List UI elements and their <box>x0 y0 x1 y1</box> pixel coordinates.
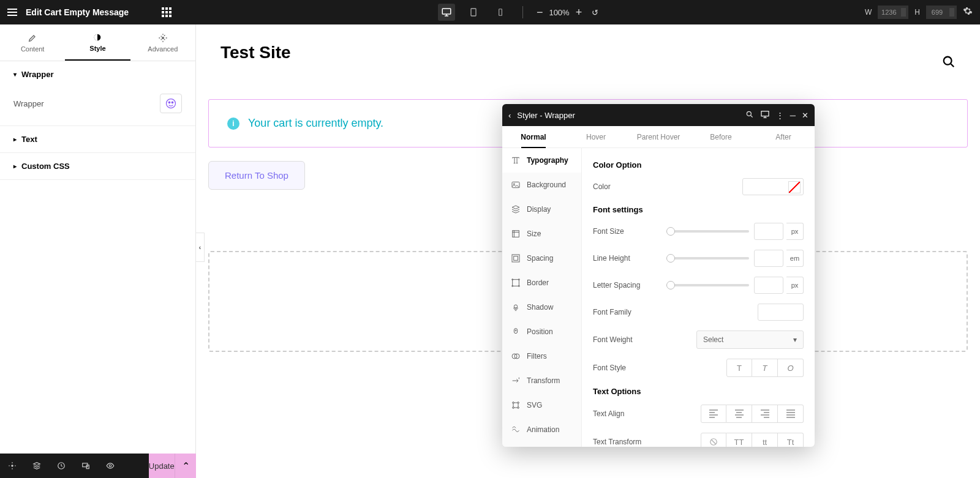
color-picker[interactable] <box>742 178 804 195</box>
svg-rect-0 <box>442 9 451 14</box>
svg-point-13 <box>747 111 751 116</box>
wrapper-label: Wrapper <box>13 99 44 108</box>
text-transform-upper[interactable]: TT <box>726 433 752 447</box>
more-icon[interactable]: ⋮ <box>776 111 784 120</box>
cat-typography[interactable]: Typography <box>502 148 581 173</box>
zoom-out-button[interactable]: − <box>537 6 543 19</box>
search-icon[interactable] <box>942 55 956 71</box>
menu-icon[interactable] <box>7 9 17 16</box>
collapse-sidebar-button[interactable]: ‹ <box>196 233 205 262</box>
tab-style[interactable]: Style <box>65 24 130 61</box>
svg-rect-2 <box>499 9 502 16</box>
cat-spacing[interactable]: Spacing <box>502 246 581 271</box>
color-label: Color <box>593 182 611 191</box>
update-options-button[interactable]: ⌃ <box>175 454 196 478</box>
cat-position[interactable]: Position <box>502 319 581 344</box>
section-wrapper-header[interactable]: ▾ Wrapper <box>0 61 195 88</box>
font-settings-title: Font settings <box>593 205 804 214</box>
desktop-icon[interactable] <box>760 110 770 121</box>
caret-down-icon: ▾ <box>13 71 17 78</box>
chevron-down-icon: ▾ <box>793 335 797 344</box>
cat-display[interactable]: Display <box>502 197 581 222</box>
text-align-label: Text Align <box>593 409 624 418</box>
line-height-slider[interactable] <box>666 257 749 260</box>
state-tab-hover[interactable]: Hover <box>565 126 627 148</box>
svg-point-12 <box>944 57 952 65</box>
line-height-unit[interactable]: em <box>786 250 804 267</box>
align-center-button[interactable] <box>726 405 752 423</box>
text-transform-lower[interactable]: tt <box>752 433 778 447</box>
section-customcss-title: Custom CSS <box>21 162 70 171</box>
tab-content-label: Content <box>21 45 45 53</box>
state-tab-after[interactable]: After <box>752 126 815 148</box>
section-text-header[interactable]: ▸ Text <box>0 126 195 152</box>
preview-icon[interactable] <box>98 454 123 478</box>
minimize-icon[interactable]: ─ <box>790 111 796 120</box>
cat-background[interactable]: Background <box>502 173 581 197</box>
styler-title: Styler - Wrapper <box>517 111 575 120</box>
open-styler-button[interactable] <box>160 94 182 113</box>
text-transform-cap[interactable]: Tt <box>778 433 804 447</box>
navigator-icon[interactable] <box>24 454 49 478</box>
return-to-shop-button[interactable]: Return To Shop <box>208 161 305 190</box>
mobile-icon[interactable] <box>492 4 509 21</box>
svg-point-32 <box>513 407 514 409</box>
height-input[interactable] <box>926 6 957 19</box>
state-tab-before[interactable]: Before <box>690 126 752 148</box>
font-style-italic[interactable]: T <box>752 359 778 377</box>
align-justify-button[interactable] <box>778 405 804 423</box>
font-style-oblique[interactable]: O <box>778 359 804 377</box>
line-height-input[interactable] <box>754 250 783 267</box>
letter-spacing-unit[interactable]: px <box>786 277 804 294</box>
align-right-button[interactable] <box>752 405 778 423</box>
font-style-normal[interactable]: T <box>726 359 752 377</box>
font-size-input[interactable] <box>754 223 783 240</box>
cat-shadow[interactable]: Shadow <box>502 295 581 319</box>
font-weight-select[interactable]: Select▾ <box>696 330 804 349</box>
search-icon[interactable] <box>745 110 754 121</box>
cat-transform[interactable]: Transform <box>502 368 581 393</box>
width-input[interactable] <box>878 6 908 19</box>
tablet-icon[interactable] <box>465 4 482 21</box>
caret-right-icon: ▸ <box>13 163 17 170</box>
apps-icon[interactable] <box>162 7 172 17</box>
cat-size[interactable]: Size <box>502 222 581 246</box>
text-transform-none[interactable] <box>701 433 726 447</box>
letter-spacing-input[interactable] <box>754 277 783 294</box>
color-option-title: Color Option <box>593 160 804 170</box>
state-tab-parent-hover[interactable]: Parent Hover <box>627 126 690 148</box>
undo-icon[interactable]: ↺ <box>592 8 598 17</box>
zoom-in-button[interactable]: + <box>576 6 582 19</box>
cat-svg[interactable]: SVG <box>502 393 581 417</box>
tab-content[interactable]: Content <box>0 24 65 61</box>
font-size-unit[interactable]: px <box>786 223 804 240</box>
close-icon[interactable]: ✕ <box>802 111 809 120</box>
tab-advanced[interactable]: Advanced <box>130 24 195 61</box>
state-tab-normal[interactable]: Normal <box>502 126 565 148</box>
tab-style-label: Style <box>89 45 105 52</box>
responsive-icon[interactable] <box>74 454 98 478</box>
svg-point-7 <box>172 102 173 103</box>
cat-animation[interactable]: Animation <box>502 417 581 442</box>
cat-border[interactable]: Border <box>502 271 581 295</box>
letter-spacing-label: Letter Spacing <box>593 281 640 289</box>
desktop-icon[interactable] <box>438 4 455 21</box>
svg-rect-20 <box>513 280 519 286</box>
info-icon: i <box>227 118 239 130</box>
svg-rect-18 <box>514 256 518 261</box>
svg-point-27 <box>515 330 516 331</box>
settings-icon[interactable] <box>963 6 973 18</box>
cat-filters[interactable]: Filters <box>502 344 581 368</box>
history-icon[interactable] <box>49 454 74 478</box>
align-left-button[interactable] <box>701 405 726 423</box>
font-size-slider[interactable] <box>666 230 749 233</box>
caret-right-icon: ▸ <box>13 136 17 143</box>
letter-spacing-slider[interactable] <box>666 284 749 286</box>
font-family-input[interactable] <box>758 304 804 321</box>
back-icon[interactable]: ‹ <box>508 111 511 120</box>
settings-icon[interactable] <box>0 454 24 478</box>
update-button[interactable]: Update <box>149 454 175 478</box>
svg-point-30 <box>513 402 514 404</box>
section-customcss-header[interactable]: ▸ Custom CSS <box>0 153 195 179</box>
font-family-label: Font Family <box>593 308 631 316</box>
